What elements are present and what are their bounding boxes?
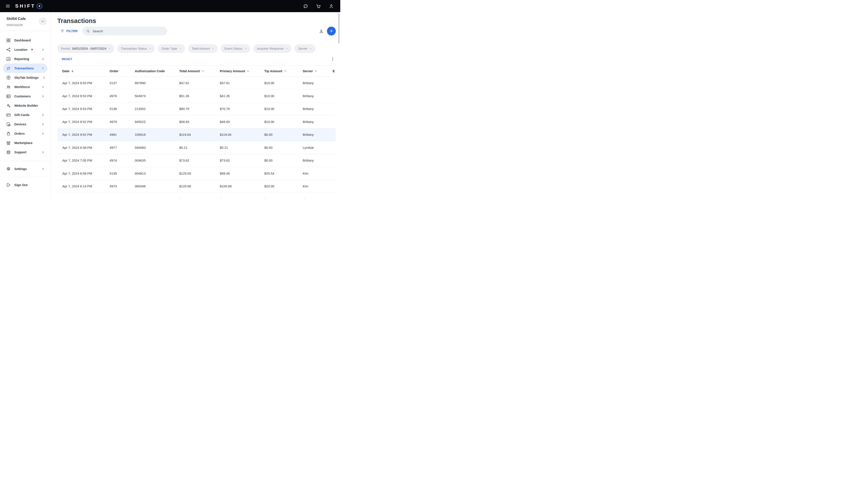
transactions-tbody: Apr 7, 2024 9:53 PM 5137 897890 $47.61 $… bbox=[57, 77, 336, 198]
sidebar-item-devices[interactable]: Devices bbox=[3, 119, 47, 129]
table-row[interactable]: Apr 7, 2024 9:52 PM 4981 105818 $119.04 … bbox=[57, 128, 336, 141]
column-header-date[interactable]: Date bbox=[57, 66, 105, 77]
sidebar: Shift4 Cafe 0000234235 Dashboard Locatio… bbox=[0, 12, 50, 198]
cell-server: Brittany bbox=[298, 115, 328, 128]
add-transaction-button[interactable] bbox=[327, 27, 336, 35]
cell-server: Kim bbox=[298, 180, 328, 193]
sidebar-item-support[interactable]: Support bbox=[3, 148, 47, 157]
column-header-primary-amount[interactable]: Primary Amount bbox=[215, 66, 259, 77]
account-icon[interactable] bbox=[329, 4, 334, 9]
sidebar-item-label: Settings bbox=[14, 167, 27, 171]
filter-button-label: FILTER bbox=[66, 29, 78, 33]
storefront-icon bbox=[6, 141, 11, 145]
column-header-order[interactable]: Order bbox=[105, 66, 130, 77]
cell-primary-amount: $37.61 bbox=[215, 77, 259, 90]
table-row[interactable]: Apr 7, 2024 6:59 PM 5135 004813 $125.00 … bbox=[57, 167, 336, 180]
cell-tip-amount: $10.00 bbox=[259, 115, 298, 128]
cell-authorization-code: 897890 bbox=[130, 77, 174, 90]
column-header-tip-amount[interactable]: Tip Amount bbox=[259, 66, 298, 77]
table-row[interactable]: Apr 7, 2024 6:03 PM 5134 791230 $55.09 $… bbox=[57, 193, 336, 198]
shift4-logo[interactable]: SHIFT 4 bbox=[15, 3, 42, 9]
cell-event-status bbox=[328, 102, 336, 115]
sidebar-item-reporting[interactable]: Reporting bbox=[3, 54, 47, 63]
filter-chip[interactable]: Total Amount bbox=[188, 44, 218, 53]
table-row[interactable]: Apr 7, 2024 7:05 PM 4974 004635 $73.62 $… bbox=[57, 154, 336, 167]
cell-primary-amount: $119.04 bbox=[215, 128, 259, 141]
sidebar-item-skytab-settings[interactable]: SkyTab Settings bbox=[3, 73, 47, 82]
cell-total-amount: $119.04 bbox=[174, 128, 215, 141]
plus-icon bbox=[329, 29, 334, 33]
filter-chip[interactable]: Event Status bbox=[221, 44, 250, 53]
cell-server: Brittany bbox=[298, 128, 328, 141]
column-header-total-amount[interactable]: Total Amount bbox=[174, 66, 215, 77]
table-row[interactable]: Apr 7, 2024 6:14 PM 4973 080348 $120.68 … bbox=[57, 180, 336, 193]
filter-button[interactable]: FILTER bbox=[60, 29, 78, 33]
period-label: Period bbox=[61, 47, 70, 50]
chat-icon[interactable] bbox=[303, 4, 308, 9]
table-options-kebab-icon[interactable] bbox=[330, 56, 335, 62]
cell-server: Lyndsie bbox=[298, 141, 328, 154]
chevron-right-icon bbox=[41, 132, 45, 135]
chevron-down-icon bbox=[286, 47, 288, 50]
column-header-server[interactable]: Server bbox=[298, 66, 328, 77]
chevron-down-icon bbox=[149, 47, 151, 50]
sidebar-item-dashboard[interactable]: Dashboard bbox=[3, 36, 47, 45]
cell-total-amount: $58.83 bbox=[174, 115, 215, 128]
cart-icon[interactable] bbox=[316, 4, 321, 9]
table-header-row: Date Order Authorization Code Total Amou… bbox=[57, 66, 336, 77]
sidebar-item-label: Reporting bbox=[14, 57, 29, 61]
sidebar-item-gift-cards[interactable]: Gift Cards bbox=[3, 110, 47, 119]
filter-chip[interactable]: Acquirer Response bbox=[253, 44, 291, 53]
table-row[interactable]: Apr 7, 2024 8:38 PM 4977 040083 $5.21 $5… bbox=[57, 141, 336, 154]
merchant-switcher-button[interactable] bbox=[39, 17, 47, 25]
sidebar-item-label: Dashboard bbox=[14, 39, 31, 42]
table-row[interactable]: Apr 7, 2024 9:52 PM 4979 94502Z $58.83 $… bbox=[57, 115, 336, 128]
scrollbar-thumb[interactable] bbox=[338, 13, 339, 44]
sidebar-item-settings[interactable]: Settings bbox=[3, 164, 47, 174]
sidebar-item-orders[interactable]: Orders bbox=[3, 129, 47, 138]
download-button[interactable] bbox=[317, 27, 325, 35]
filter-chip-label: Acquirer Response bbox=[257, 47, 284, 50]
column-header-event-status[interactable]: E bbox=[328, 66, 336, 77]
filter-chips-row: Period 04/01/2024 - 04/07/2024 Transacti… bbox=[57, 44, 336, 53]
dashboard-icon bbox=[6, 38, 11, 43]
cell-total-amount: $73.62 bbox=[174, 154, 215, 167]
sort-desc-icon bbox=[71, 70, 74, 73]
column-header-authorization-code[interactable]: Authorization Code bbox=[130, 66, 174, 77]
column-label: Date bbox=[62, 69, 69, 73]
sidebar-item-marketplace[interactable]: Marketplace bbox=[3, 138, 47, 148]
cell-server: Brittany bbox=[298, 77, 328, 90]
hamburger-menu-icon[interactable] bbox=[5, 3, 10, 9]
search-icon bbox=[86, 29, 90, 33]
filter-chip[interactable]: Server bbox=[295, 44, 315, 53]
sidebar-item-location[interactable]: Location bbox=[3, 45, 47, 54]
table-row[interactable]: Apr 7, 2024 9:53 PM 5136 213502 $80.70 $… bbox=[57, 102, 336, 115]
filter-chip[interactable]: Order Type bbox=[158, 44, 185, 53]
sidebar-item-label: Gift Cards bbox=[14, 113, 30, 117]
contacts-icon bbox=[6, 94, 11, 99]
column-label: Tip Amount bbox=[264, 69, 282, 73]
sidebar-item-label: Support bbox=[14, 151, 26, 154]
sort-both-icon bbox=[246, 70, 249, 72]
reset-filters-button[interactable]: RESET bbox=[62, 58, 72, 61]
cell-total-amount: $5.21 bbox=[174, 141, 215, 154]
sidebar-item-transactions[interactable]: Transactions bbox=[3, 63, 47, 73]
table-row[interactable]: Apr 7, 2024 9:53 PM 4976 504973 $51.35 $… bbox=[57, 90, 336, 103]
chevron-right-icon bbox=[41, 122, 45, 126]
chevron-down-icon bbox=[41, 20, 45, 23]
cell-tip-amount: $5.49 bbox=[259, 193, 298, 198]
cell-total-amount: $80.70 bbox=[174, 102, 215, 115]
signout-section: Sign Out bbox=[0, 177, 50, 193]
period-filter-chip[interactable]: Period 04/01/2024 - 04/07/2024 bbox=[57, 44, 114, 53]
sidebar-item-workforce[interactable]: Workforce bbox=[3, 82, 47, 92]
cell-primary-amount: $41.35 bbox=[215, 90, 259, 103]
sidebar-item-sign-out[interactable]: Sign Out bbox=[3, 180, 47, 189]
search-input[interactable] bbox=[92, 29, 163, 33]
sidebar-item-website-builder[interactable]: Website Builder bbox=[3, 101, 47, 110]
chevron-right-icon bbox=[41, 113, 45, 117]
filter-chip-label: Total Amount bbox=[192, 47, 210, 50]
sidebar-item-customers[interactable]: Customers bbox=[3, 92, 47, 101]
filter-chip[interactable]: Transaction Status bbox=[117, 44, 155, 53]
table-row[interactable]: Apr 7, 2024 9:53 PM 5137 897890 $47.61 $… bbox=[57, 77, 336, 90]
cell-server: Brittany bbox=[298, 154, 328, 167]
